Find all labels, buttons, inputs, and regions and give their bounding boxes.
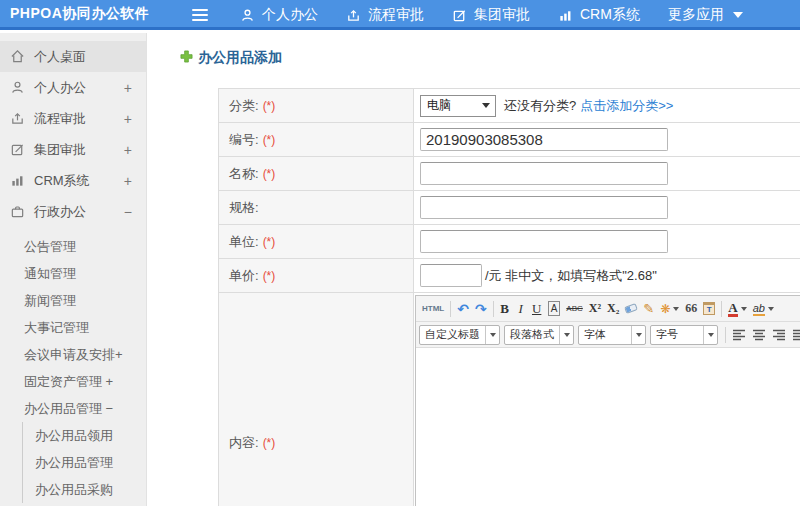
topnav-group-approval[interactable]: 集团审批 [452,6,530,24]
sidebar-item-process-approval[interactable]: 流程审批 + [0,103,146,134]
caret-down-icon [741,307,747,311]
expand-icon: + [124,173,132,189]
sidebar-item-crm[interactable]: CRM系统 + [0,165,146,196]
code-input[interactable] [420,128,668,151]
editor-subscript-button[interactable]: X₂ [604,299,622,319]
editor-align-center-button[interactable] [749,325,769,345]
hamburger-menu-icon[interactable] [192,9,208,21]
page-title: 办公用品添加 [180,49,282,67]
required-mark: (*) [263,269,276,283]
editor-font-border-button[interactable]: A [548,301,561,316]
add-category-link[interactable]: 点击添加分类>> [580,97,673,115]
select-caret-icon [703,326,717,344]
editor-redo-button[interactable]: ↷ [472,299,490,319]
required-mark: (*) [263,133,276,147]
select-caret-icon [631,326,645,344]
unit-input[interactable] [420,230,668,253]
editor-toolbar-row2: 自定义标题 段落格式 字体 字号 [416,322,800,348]
price-format-hint: /元 非中文，如填写格式"2.68" [485,267,657,285]
editor-font-color-button[interactable]: A [725,299,749,319]
editor-source-code-button[interactable]: HTML [419,299,447,319]
sidebar-item-events-mgmt[interactable]: 大事记管理 [0,314,146,341]
sidebar-item-supplies-purchase[interactable]: 办公用品采购 [23,476,146,503]
select-caret-icon [485,326,499,344]
category-select[interactable]: 电脑 [420,95,496,117]
editor-italic-button[interactable]: I [513,299,529,319]
sidebar-item-fixed-assets-mgmt[interactable]: 固定资产管理 + [0,368,146,395]
editor-auto-typeset-button[interactable]: ❋ [657,299,682,319]
editor-eraser-button[interactable] [622,299,640,319]
sidebar-item-news-mgmt[interactable]: 新闻管理 [0,287,146,314]
name-label: 名称: [229,165,259,183]
sidebar-item-announcement-mgmt[interactable]: 公告管理 [0,233,146,260]
sidebar-item-supplies-claim[interactable]: 办公用品领用 [23,422,146,449]
form-row-name: 名称: (*) [219,157,800,191]
editor-blockquote-button[interactable]: 66 [682,299,700,319]
caret-down-icon [768,307,774,311]
sidebar-item-admin-office[interactable]: 行政办公 − [0,196,146,227]
required-mark: (*) [263,235,276,249]
editor-font-size-select[interactable]: 字号 [650,325,718,345]
editor-highlight-button[interactable]: ab [750,299,777,319]
select-caret-icon [482,103,490,108]
briefcase-icon [10,204,26,220]
editor-custom-title-select[interactable]: 自定义标题 [419,325,500,345]
caret-down-icon [673,307,679,311]
editor-align-left-button[interactable] [729,325,749,345]
edit-square-icon [452,8,467,23]
topnav-personal-office[interactable]: 个人办公 [240,6,318,24]
person-icon [10,80,26,96]
editor-format-brush-button[interactable]: ✎ [640,299,657,319]
sidebar-item-supplies-manage[interactable]: 办公用品管理 [23,449,146,476]
sidebar-item-office-supplies-mgmt[interactable]: 办公用品管理 − [0,395,146,422]
topbar-nav: 个人办公 流程审批 集团审批 CRM系统 [192,0,771,30]
category-label: 分类: [229,97,259,115]
editor-paragraph-format-select[interactable]: 段落格式 [504,325,574,345]
required-mark: (*) [263,99,276,113]
topnav-process-approval[interactable]: 流程审批 [346,6,424,24]
rich-text-editor: HTML ↶ ↷ B I U A ABC X² X₂ ✎ [415,295,800,506]
editor-superscript-button[interactable]: X² [586,299,604,319]
collapse-icon: − [124,204,132,220]
add-supplies-form: 分类: (*) 电脑 还没有分类? 点击添加分类>> 编号: (*) [218,88,800,506]
editor-strikethrough-button[interactable]: ABC [563,299,585,319]
expand-icon: + [124,80,132,96]
required-mark: (*) [263,167,276,181]
sidebar-item-notice-mgmt[interactable]: 通知管理 [0,260,146,287]
add-plus-icon [180,49,193,67]
app-logo[interactable]: PHPOA协同办公软件 [10,5,149,23]
bar-chart-icon [10,173,26,189]
form-row-price: 单价: (*) /元 非中文，如填写格式"2.68" [219,259,800,293]
admin-office-submenu: 公告管理 通知管理 新闻管理 大事记管理 会议申请及安排+ 固定资产管理 + 办… [0,233,146,503]
sidebar-item-group-approval[interactable]: 集团审批 + [0,134,146,165]
spec-label: 规格: [229,199,259,217]
editor-content-area[interactable] [416,348,800,506]
eraser-icon [625,303,639,314]
expand-icon: + [124,142,132,158]
editor-bold-button[interactable]: B [497,299,513,319]
process-approval-icon [10,111,26,127]
editor-underline-button[interactable]: U [529,299,545,319]
sidebar-item-desktop[interactable]: 个人桌面 [0,41,146,72]
topnav-more-apps[interactable]: 更多应用 [668,6,743,24]
form-row-code: 编号: (*) [219,123,800,157]
editor-font-family-select[interactable]: 字体 [578,325,646,345]
person-icon [240,8,255,23]
spec-input[interactable] [420,196,668,219]
editor-align-right-button[interactable] [769,325,789,345]
editor-undo-button[interactable]: ↶ [454,299,472,319]
magic-wand-icon: ❋ [660,302,670,316]
name-input[interactable] [420,162,668,185]
form-row-unit: 单位: (*) [219,225,800,259]
select-caret-icon [559,326,573,344]
editor-align-justify-button[interactable] [789,325,800,345]
editor-paste-text-button[interactable]: T [700,299,718,319]
expand-icon: + [124,111,132,127]
clipboard-icon: T [703,302,715,315]
sidebar-item-meeting-mgmt[interactable]: 会议申请及安排+ [0,341,146,368]
code-label: 编号: [229,131,259,149]
price-input[interactable] [420,264,482,287]
topnav-crm[interactable]: CRM系统 [558,6,640,24]
sidebar-item-personal-office[interactable]: 个人办公 + [0,72,146,103]
process-approval-icon [346,8,361,23]
